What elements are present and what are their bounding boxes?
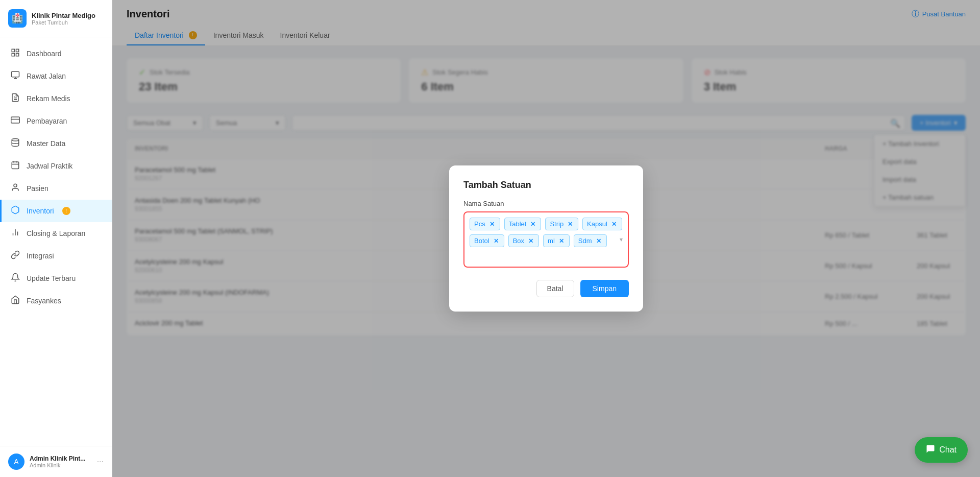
sidebar-item-closing-laporan[interactable]: Closing & Laporan xyxy=(0,222,112,245)
svg-rect-4 xyxy=(12,71,19,77)
rekam-medis-icon xyxy=(10,93,20,104)
update-icon xyxy=(10,273,20,284)
svg-point-11 xyxy=(12,139,19,141)
chat-label: Chat xyxy=(939,445,957,455)
tag-remove-strip[interactable]: ✕ xyxy=(567,221,574,228)
tag-box: Box ✕ xyxy=(508,234,539,247)
tag-remove-pcs[interactable]: ✕ xyxy=(488,221,496,228)
rawat-jalan-icon xyxy=(10,70,20,82)
sidebar-item-pasien[interactable]: Pasien xyxy=(0,177,112,200)
user-name: Admin Klinik Pint... xyxy=(30,455,92,462)
modal-actions: Batal Simpan xyxy=(463,280,629,297)
sidebar-item-label: Master Data xyxy=(27,139,65,148)
tag-remove-kapsul[interactable]: ✕ xyxy=(610,221,618,228)
tag-tablet: Tablet ✕ xyxy=(504,218,542,230)
tag-label: Kapsul xyxy=(587,220,607,228)
sidebar-user: A Admin Klinik Pint... Admin Klinik ··· xyxy=(0,446,112,477)
sidebar-logo: 🏥 Klinik Pintar Medigo Paket Tumbuh xyxy=(0,0,112,37)
modal-title: Tambah Satuan xyxy=(463,180,629,190)
closing-icon xyxy=(10,228,20,239)
sidebar-navigation: Dashboard Rawat Jalan Rekam Medis Pembay… xyxy=(0,37,112,446)
sidebar-item-label: Pembayaran xyxy=(27,117,67,125)
sidebar-item-rawat-jalan[interactable]: Rawat Jalan xyxy=(0,65,112,87)
tags-input-container[interactable]: Pcs ✕ Tablet ✕ Strip ✕ Kapsul ✕ Botol xyxy=(463,211,629,268)
svg-point-16 xyxy=(14,184,17,187)
sidebar-item-label: Update Terbaru xyxy=(27,274,76,282)
sidebar-item-inventori[interactable]: Inventori ! xyxy=(0,200,112,222)
main-content: Inventori ⓘ Pusat Bantuan Daftar Invento… xyxy=(112,0,980,477)
tag-remove-botol[interactable]: ✕ xyxy=(493,237,500,245)
tambah-satuan-modal: Tambah Satuan Nama Satuan Pcs ✕ Tablet ✕… xyxy=(449,165,643,312)
user-role: Admin Klinik xyxy=(30,462,92,468)
save-button[interactable]: Simpan xyxy=(580,280,629,297)
inventori-icon xyxy=(10,205,20,217)
sidebar-item-label: Rawat Jalan xyxy=(27,72,66,80)
sidebar-item-label: Inventori xyxy=(27,207,54,215)
svg-rect-3 xyxy=(16,54,19,56)
tags-dropdown-arrow: ▾ xyxy=(620,236,623,243)
master-data-icon xyxy=(10,138,20,149)
chat-button[interactable]: Chat xyxy=(915,437,968,463)
sidebar: 🏥 Klinik Pintar Medigo Paket Tumbuh Dash… xyxy=(0,0,112,477)
tag-remove-ml[interactable]: ✕ xyxy=(558,237,565,245)
integrasi-icon xyxy=(10,250,20,261)
tag-remove-sdm[interactable]: ✕ xyxy=(595,237,602,245)
tag-label: Tablet xyxy=(509,220,527,228)
sidebar-item-master-data[interactable]: Master Data xyxy=(0,132,112,155)
sidebar-item-fasyankes[interactable]: Fasyankes xyxy=(0,290,112,312)
pembayaran-icon xyxy=(10,115,20,127)
sidebar-item-dashboard[interactable]: Dashboard xyxy=(0,42,112,65)
svg-rect-12 xyxy=(12,162,19,169)
sidebar-item-label: Dashboard xyxy=(27,50,62,58)
chat-icon xyxy=(926,444,935,456)
inventori-badge: ! xyxy=(62,207,70,215)
tag-label: Pcs xyxy=(474,220,485,228)
clinic-name: Klinik Pintar Medigo xyxy=(32,12,95,19)
tag-strip: Strip ✕ xyxy=(545,218,578,230)
user-more-button[interactable]: ··· xyxy=(97,457,104,466)
sidebar-item-jadwal-praktik[interactable]: Jadwal Praktik xyxy=(0,155,112,177)
tag-kapsul: Kapsul ✕ xyxy=(582,218,622,230)
logo-icon: 🏥 xyxy=(8,9,27,28)
sidebar-item-integrasi[interactable]: Integrasi xyxy=(0,245,112,267)
user-info: Admin Klinik Pint... Admin Klinik xyxy=(30,455,92,468)
svg-rect-2 xyxy=(12,54,14,56)
svg-rect-1 xyxy=(16,49,19,52)
tag-sdm: Sdm ✕ xyxy=(574,234,607,247)
sidebar-item-rekam-medis[interactable]: Rekam Medis xyxy=(0,87,112,110)
tag-ml: ml ✕ xyxy=(543,234,570,247)
sidebar-item-label: Integrasi xyxy=(27,252,54,260)
clinic-package: Paket Tumbuh xyxy=(32,19,95,26)
tag-remove-box[interactable]: ✕ xyxy=(527,237,534,245)
modal-overlay: Tambah Satuan Nama Satuan Pcs ✕ Tablet ✕… xyxy=(112,0,980,477)
jadwal-icon xyxy=(10,160,20,172)
sidebar-item-label: Closing & Laporan xyxy=(27,229,85,237)
pasien-icon xyxy=(10,183,20,194)
tag-botol: Botol ✕ xyxy=(470,234,504,247)
dashboard-icon xyxy=(10,48,20,59)
cancel-button[interactable]: Batal xyxy=(536,280,574,297)
tag-label: Strip xyxy=(550,220,564,228)
tag-pcs: Pcs ✕ xyxy=(470,218,500,230)
svg-rect-0 xyxy=(12,49,14,52)
sidebar-item-label: Pasien xyxy=(27,184,48,193)
svg-rect-9 xyxy=(11,117,20,123)
sidebar-item-update-terbaru[interactable]: Update Terbaru xyxy=(0,267,112,290)
tag-label: Sdm xyxy=(578,237,592,245)
sidebar-item-label: Jadwal Praktik xyxy=(27,162,72,170)
sidebar-item-label: Rekam Medis xyxy=(27,94,70,103)
tag-remove-tablet[interactable]: ✕ xyxy=(529,221,536,228)
tag-label: ml xyxy=(548,237,555,245)
tag-label: Botol xyxy=(474,237,489,245)
sidebar-item-label: Fasyankes xyxy=(27,297,61,305)
fasyankes-icon xyxy=(10,295,20,306)
tag-label: Box xyxy=(513,237,524,245)
modal-field-label: Nama Satuan xyxy=(463,200,629,207)
sidebar-item-pembayaran[interactable]: Pembayaran xyxy=(0,110,112,132)
user-avatar: A xyxy=(8,454,24,470)
logo-text: Klinik Pintar Medigo Paket Tumbuh xyxy=(32,12,95,26)
